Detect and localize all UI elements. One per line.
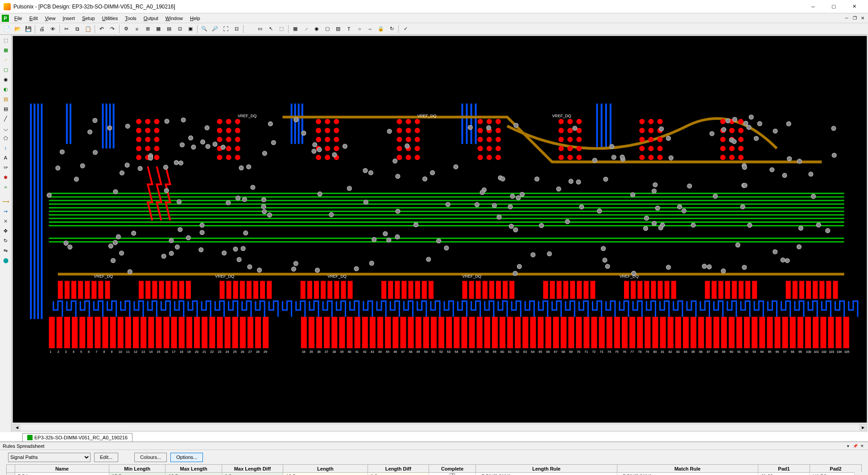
- pad-tool[interactable]: ▢: [322, 24, 332, 34]
- area-mode-icon[interactable]: ▤: [1, 104, 11, 113]
- column-header[interactable]: Match Rule: [617, 465, 758, 473]
- track-mode-icon[interactable]: ⟋: [1, 55, 11, 64]
- document-tab[interactable]: EP3-32b-SO-DIMM-V051_RC_A0_190216: [22, 433, 132, 442]
- save-button[interactable]: [23, 24, 33, 34]
- menu-help[interactable]: Help: [186, 15, 204, 22]
- undo-button[interactable]: [97, 24, 107, 34]
- pointer-tool[interactable]: ↖: [266, 24, 276, 34]
- paste-button[interactable]: [83, 24, 93, 34]
- zoom-out-button[interactable]: [210, 24, 220, 34]
- menu-insert[interactable]: Insert: [59, 15, 79, 22]
- open-button[interactable]: [12, 24, 22, 34]
- copper-tool[interactable]: ▨: [333, 24, 343, 34]
- route-icon[interactable]: ⟿: [1, 197, 11, 206]
- panel-menu-button[interactable]: ▾: [845, 443, 851, 449]
- minimize-button[interactable]: ─: [803, 0, 823, 13]
- select-tool[interactable]: ▭: [255, 24, 265, 34]
- column-header[interactable]: Max Length Diff: [222, 465, 283, 473]
- column-header[interactable]: Complete: [429, 465, 475, 473]
- print-button[interactable]: [37, 24, 47, 34]
- menu-tools[interactable]: Tools: [121, 15, 140, 22]
- panel-close-button[interactable]: ✕: [859, 443, 865, 449]
- track-tool[interactable]: ⟋: [301, 24, 311, 34]
- testpoint-icon[interactable]: TP: [1, 163, 11, 172]
- grid-button[interactable]: ⊡: [175, 24, 185, 34]
- zoom-fit-button[interactable]: [221, 24, 231, 34]
- drc-button[interactable]: ✓: [401, 24, 410, 34]
- arc-mode-icon[interactable]: ◡: [1, 124, 11, 133]
- redo-button[interactable]: [107, 24, 117, 34]
- layers-button[interactable]: ≡: [132, 24, 142, 34]
- shape-mode-icon[interactable]: ◐: [1, 85, 11, 94]
- column-header[interactable]: Pad1: [758, 465, 810, 473]
- colours-button[interactable]: Colours...: [134, 453, 167, 462]
- properties-button[interactable]: ⚙: [121, 24, 131, 34]
- menu-setup[interactable]: Setup: [79, 15, 99, 22]
- edit-button[interactable]: Edit...: [94, 453, 118, 462]
- text-tool[interactable]: T: [344, 24, 354, 34]
- lock-tool[interactable]: 🔒: [376, 24, 386, 34]
- menu-output[interactable]: Output: [140, 15, 162, 22]
- options-button[interactable]: Options...: [170, 453, 203, 462]
- maximize-button[interactable]: ▢: [823, 0, 844, 13]
- star-tool-icon[interactable]: ✱: [1, 173, 11, 182]
- menu-file[interactable]: File: [11, 15, 26, 22]
- select-mode-icon[interactable]: ⬚: [1, 36, 11, 45]
- design-button[interactable]: ▦: [153, 24, 163, 34]
- rotate-icon[interactable]: ↻: [1, 236, 11, 245]
- panel-pin-button[interactable]: 📌: [852, 443, 858, 449]
- new-button[interactable]: [2, 24, 12, 34]
- zoom-window-button[interactable]: ⊡: [231, 24, 241, 34]
- dim-mode-icon[interactable]: ↕: [1, 143, 11, 152]
- component-mode-icon[interactable]: ▦: [1, 45, 11, 54]
- text-mode-icon[interactable]: A: [1, 153, 11, 162]
- canvas-hscrollbar[interactable]: ◀ ▶: [12, 424, 867, 431]
- column-header[interactable]: Length: [283, 465, 368, 473]
- report-button[interactable]: ▤: [164, 24, 174, 34]
- copper-mode-icon[interactable]: ▨: [1, 94, 11, 103]
- spreadsheet-vscrollbar[interactable]: [854, 472, 862, 475]
- component-tool[interactable]: ▦: [290, 24, 300, 34]
- column-header[interactable]: Min Length: [109, 465, 165, 473]
- diff-pair-icon[interactable]: ≈: [1, 183, 11, 192]
- via-tool[interactable]: ◉: [312, 24, 322, 34]
- checkbox-icon[interactable]: [450, 473, 455, 475]
- highlight-icon[interactable]: ⬤: [1, 256, 11, 265]
- unroute-icon[interactable]: ⤫: [1, 217, 11, 225]
- column-header[interactable]: Max Length: [165, 465, 222, 473]
- pad-mode-icon[interactable]: ▢: [1, 65, 11, 74]
- move-icon[interactable]: ✥: [1, 226, 11, 235]
- rules-type-dropdown[interactable]: Signal Paths: [8, 453, 91, 462]
- scroll-left-button[interactable]: ◀: [13, 424, 21, 431]
- line-mode-icon[interactable]: ╱: [1, 114, 11, 123]
- scroll-right-button[interactable]: ▶: [859, 424, 867, 431]
- dimension-tool[interactable]: ↔: [365, 24, 375, 34]
- table-row[interactable]: DQ4 15.5 16.5 1.0 16.5- 1.3+ =DQ%[0:31%]…: [7, 473, 862, 475]
- print-preview-button[interactable]: 👁: [48, 24, 58, 34]
- doc-restore-button[interactable]: ❐: [851, 15, 858, 21]
- column-header[interactable]: Length Diff: [368, 465, 429, 473]
- copy-button[interactable]: [72, 24, 82, 34]
- refresh-button[interactable]: ↻: [387, 24, 397, 34]
- frame-select-tool[interactable]: ⬚: [277, 24, 286, 34]
- column-header[interactable]: Length Rule: [476, 465, 617, 473]
- polygon-mode-icon[interactable]: ⬠: [1, 134, 11, 143]
- menu-utilities[interactable]: Utilities: [99, 15, 121, 22]
- pulsonix-logo[interactable]: P: [2, 15, 9, 22]
- menu-window[interactable]: Window: [162, 15, 186, 22]
- shape-tool[interactable]: ○: [355, 24, 364, 34]
- menu-view[interactable]: View: [41, 15, 59, 22]
- doc-close-button[interactable]: ✕: [859, 15, 866, 21]
- menu-edit[interactable]: Edit: [26, 15, 41, 22]
- nets-button[interactable]: ⊞: [143, 24, 153, 34]
- zoom-in-button[interactable]: [199, 24, 209, 34]
- autoroute-icon[interactable]: ⇝: [1, 207, 11, 216]
- pcb-canvas[interactable]: 1234567891011121314151617181920212223242…: [12, 36, 867, 423]
- cut-button[interactable]: [62, 24, 71, 34]
- frame-button[interactable]: ▣: [186, 24, 195, 34]
- doc-minimize-button[interactable]: ─: [843, 15, 850, 21]
- mirror-icon[interactable]: ⇋: [1, 246, 11, 255]
- column-header[interactable]: Pad2: [810, 465, 861, 473]
- rules-spreadsheet[interactable]: NameMin LengthMax LengthMax Length DiffL…: [6, 464, 862, 475]
- close-button[interactable]: ✕: [844, 0, 864, 13]
